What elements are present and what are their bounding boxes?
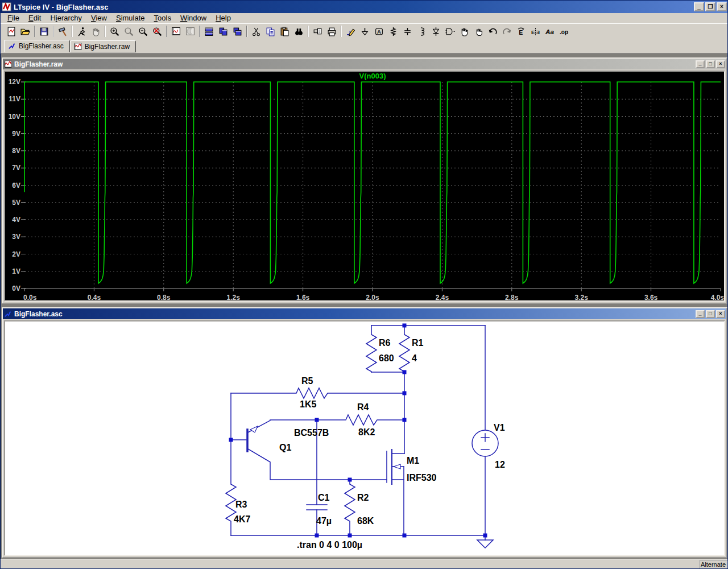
undo-icon xyxy=(488,27,498,36)
menu-file[interactable]: File xyxy=(3,13,24,23)
status-mode-badge: Alternate xyxy=(699,560,727,569)
copy-button[interactable] xyxy=(263,25,278,38)
cascade-windows-button[interactable] xyxy=(230,25,245,38)
pan-plot-button[interactable] xyxy=(183,25,197,38)
halt-hand-button[interactable] xyxy=(89,25,103,38)
autorange-y-button[interactable] xyxy=(169,25,183,38)
tab-bigflasher-asc[interactable]: BigFlasher.asc xyxy=(4,40,70,52)
menu-tools[interactable]: Tools xyxy=(150,13,176,23)
menu-simulate[interactable]: Simulate xyxy=(111,13,150,23)
component-icon xyxy=(445,27,455,36)
zoom-full-extents-icon xyxy=(152,27,162,36)
y-axis-tick-label: 0V xyxy=(12,284,20,292)
wave-close-button[interactable]: × xyxy=(716,60,725,68)
new-schematic-icon xyxy=(6,27,16,36)
sch-maximize-button[interactable]: □ xyxy=(706,310,715,318)
cut-icon xyxy=(251,27,261,36)
autorange-y-icon xyxy=(171,27,181,36)
cut-button[interactable] xyxy=(249,25,263,38)
print-button[interactable] xyxy=(325,25,339,38)
save-button[interactable] xyxy=(37,25,51,38)
new-schematic-button[interactable] xyxy=(4,25,18,38)
diode-button[interactable] xyxy=(429,25,443,38)
tab-label: BigFlasher.raw xyxy=(85,43,130,51)
open-folder-button[interactable] xyxy=(18,25,32,38)
resistor-button[interactable] xyxy=(386,25,400,38)
v1-source-symbol[interactable] xyxy=(472,430,498,456)
waveform-window: BigFlasher.raw _ □ × 0V1V2V3V4V5V6V7V8V9… xyxy=(2,57,727,304)
halt-hand-icon xyxy=(91,27,101,36)
toolbar-separator xyxy=(53,26,54,37)
net-label-button[interactable]: A xyxy=(372,25,386,38)
waveform-plot-svg[interactable]: 0V1V2V3V4V5V6V7V8V9V10V11V12V0.0s0.4s0.8… xyxy=(5,72,726,303)
text-tool-button[interactable]: Aa xyxy=(543,25,557,38)
trace-label[interactable]: V(n003) xyxy=(359,72,386,80)
x-axis-tick-label: 1.2s xyxy=(227,294,241,302)
capacitor-button[interactable] xyxy=(400,25,415,38)
schematic-svg[interactable]: R6 680 R1 4 R5 1K5 R4 8K2 BC557B Q1 M1 I… xyxy=(5,321,726,557)
zoom-in-button[interactable] xyxy=(107,25,122,38)
waveform-window-title: BigFlasher.raw xyxy=(14,60,63,68)
menu-edit[interactable]: Edit xyxy=(24,13,46,23)
wave-minimize-button[interactable]: _ xyxy=(696,60,705,68)
drag-hand-button[interactable] xyxy=(471,25,486,38)
x-axis-tick-label: 2.8s xyxy=(505,294,519,302)
menu-view[interactable]: View xyxy=(86,13,111,23)
toolbar-separator xyxy=(72,26,73,37)
component-button[interactable] xyxy=(443,25,457,38)
undo-button[interactable] xyxy=(486,25,500,38)
print-preview-button[interactable] xyxy=(311,25,325,38)
rotate-icon: E xyxy=(516,27,526,36)
c1-ref: C1 xyxy=(318,493,330,502)
tile-vertical-button[interactable] xyxy=(216,25,230,38)
x-axis-tick-label: 3.6s xyxy=(644,294,658,302)
minimize-button[interactable]: _ xyxy=(694,2,704,11)
control-panel-hammer-button[interactable] xyxy=(56,25,70,38)
q1-pnp-symbol[interactable] xyxy=(247,420,270,451)
schematic-window-icon xyxy=(4,310,12,318)
sch-minimize-button[interactable]: _ xyxy=(696,310,705,318)
rotate-button[interactable]: E xyxy=(514,25,528,38)
schematic-canvas[interactable]: R6 680 R1 4 R5 1K5 R4 8K2 BC557B Q1 M1 I… xyxy=(4,320,725,556)
close-button[interactable]: × xyxy=(717,2,727,11)
inductor-button[interactable] xyxy=(415,25,429,38)
schematic-doc-icon xyxy=(8,42,16,50)
zoom-full-extents-button[interactable] xyxy=(150,25,164,38)
x-axis-tick-label: 0.4s xyxy=(88,294,101,302)
ground-button[interactable] xyxy=(358,25,372,38)
spice-directive-icon: .op xyxy=(559,27,569,36)
toolbar-separator xyxy=(341,26,342,37)
tab-bar: BigFlasher.asc BigFlasher.raw xyxy=(1,39,728,53)
spice-directive-button[interactable]: .op xyxy=(557,25,571,38)
waveform-plot-area[interactable]: 0V1V2V3V4V5V6V7V8V9V10V11V12V0.0s0.4s0.8… xyxy=(4,71,725,302)
sch-close-button[interactable]: × xyxy=(716,310,725,318)
svg-text:E: E xyxy=(536,28,540,35)
x-axis-tick-label: 2.4s xyxy=(436,294,449,302)
menu-help[interactable]: Help xyxy=(211,13,235,23)
tile-vertical-icon xyxy=(218,27,228,36)
menu-hierarchy[interactable]: Hierarchy xyxy=(46,13,86,23)
mirror-button[interactable]: EE xyxy=(528,25,543,38)
zoom-out-icon xyxy=(138,27,148,36)
x-axis-tick-label: 0.0s xyxy=(23,294,37,302)
wire-pencil-button[interactable] xyxy=(344,25,358,38)
schematic-window-titlebar[interactable]: BigFlasher.asc _ □ × xyxy=(3,308,726,319)
move-hand-button[interactable] xyxy=(457,25,471,38)
tab-bigflasher-raw[interactable]: BigFlasher.raw xyxy=(70,40,136,52)
menu-window[interactable]: Window xyxy=(176,13,211,23)
y-axis-tick-label: 7V xyxy=(12,164,20,172)
zoom-out-button[interactable] xyxy=(136,25,150,38)
waveform-window-titlebar[interactable]: BigFlasher.raw _ □ × xyxy=(3,59,726,69)
c1-value: 47µ xyxy=(316,516,332,526)
mirror-icon: EE xyxy=(531,27,540,36)
m1-nmos-symbol[interactable] xyxy=(387,450,404,535)
paste-button[interactable] xyxy=(278,25,292,38)
redo-button[interactable] xyxy=(500,25,514,38)
wave-maximize-button[interactable]: □ xyxy=(706,60,715,68)
tile-horizontal-button[interactable] xyxy=(202,25,216,38)
restore-button[interactable]: ❐ xyxy=(705,2,715,11)
zoom-back-button[interactable] xyxy=(122,25,136,38)
find-button[interactable] xyxy=(292,25,306,38)
y-axis-tick-label: 1V xyxy=(12,267,20,275)
run-button[interactable] xyxy=(75,25,89,38)
